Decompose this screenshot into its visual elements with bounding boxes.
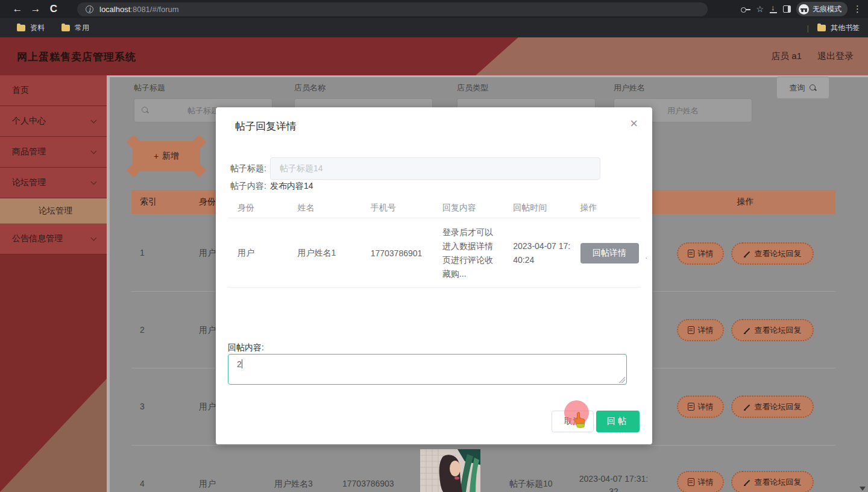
add-button-label: 新增 [162, 151, 179, 162]
sidebar-item-label: 商品管理 [12, 147, 46, 157]
filter-label-clerk-name: 店员名称 [294, 83, 326, 93]
cell-index: 3 [140, 402, 145, 411]
download-icon[interactable] [769, 5, 778, 13]
document-icon [688, 326, 694, 334]
reply-content-value: 2 [237, 359, 242, 369]
plus-icon: + [154, 151, 159, 161]
col-name: 姓名 [297, 199, 370, 218]
screen: ← → C i localhost:8081/#/forum ☆ 无痕模式 ⋮ … [0, 0, 868, 492]
cell-identity: 用户 [199, 479, 216, 490]
reply-table-row: 用户 用户姓名1 17703786901 登录后才可以进入数据详情页进行评论收藏… [228, 219, 640, 288]
logout-link[interactable]: 退出登录 [817, 51, 854, 62]
col-actions: 操作 [580, 199, 640, 218]
chevron-down-icon [91, 179, 97, 185]
close-icon[interactable]: × [630, 116, 638, 131]
forward-icon[interactable]: → [27, 3, 45, 15]
filter-label-user-name: 用户姓名 [614, 83, 645, 93]
detail-button[interactable]: 详情 [677, 471, 724, 492]
reply-table-header: 身份 姓名 手机号 回复内容 回帖时间 操作 [228, 199, 640, 218]
sidebar-item-label: 论坛管理 [12, 177, 46, 188]
document-icon [688, 250, 694, 257]
bookmark-folder-2[interactable]: 常用 [61, 23, 89, 33]
other-bookmarks[interactable]: 其他书签 [817, 23, 860, 33]
pencil-icon [744, 403, 751, 411]
col-reply-content: 回复内容 [442, 199, 513, 218]
sidebar-item-announcement-mgmt[interactable]: 公告信息管理 [0, 224, 107, 254]
view-forum-reply-button[interactable]: 查看论坛回复 [731, 319, 814, 341]
incognito-badge: 无痕模式 [796, 2, 848, 16]
cell-identity: 用户 [199, 248, 216, 259]
sidebar-item-home[interactable]: 首页 [0, 75, 107, 106]
view-forum-reply-button[interactable]: 查看论坛回复 [731, 471, 814, 492]
sidebar-item-label: 首页 [12, 85, 29, 96]
text-caret [242, 359, 242, 368]
add-button-corner [126, 134, 140, 149]
pencil-icon [744, 327, 751, 334]
reply-detail-button[interactable]: 回帖详情 [580, 243, 639, 263]
reply-content-textarea[interactable]: 2 [228, 354, 627, 385]
sidebar-subitem-forum-mgmt-active[interactable]: 论坛管理 [0, 198, 107, 224]
cell-identity: 用户 [237, 248, 297, 259]
column-header-identity: 身份 [199, 197, 216, 207]
url-bar[interactable]: i localhost:8081/#/forum [77, 2, 708, 16]
detail-button-label: 详情 [698, 402, 714, 412]
cell-identity: 用户 [199, 325, 216, 336]
col-reply-time: 回帖时间 [513, 199, 580, 218]
query-button[interactable]: 查询 [776, 77, 829, 99]
sidebar-item-forum-mgmt[interactable]: 论坛管理 [0, 168, 107, 198]
sidebar-item-label: 公告信息管理 [12, 233, 63, 244]
detail-button[interactable]: 详情 [677, 242, 724, 265]
view-forum-reply-label: 查看论坛回复 [755, 402, 802, 412]
sidebar-subitem-label: 论坛管理 [39, 206, 72, 216]
column-header-index: 索引 [140, 197, 157, 207]
add-button-corner [126, 163, 140, 177]
cancel-button[interactable]: 取消 [552, 411, 594, 432]
sidebar: 首页 个人中心 商品管理 论坛管理 论坛管理 公告信息管理 [0, 75, 107, 492]
detail-button-label: 详情 [698, 477, 714, 488]
content-edge [107, 75, 868, 77]
chevron-down-icon [91, 118, 97, 124]
add-button-corner [192, 163, 206, 177]
side-panel-icon[interactable] [783, 5, 791, 13]
cell-index: 2 [140, 325, 145, 335]
chevron-down-icon [91, 235, 97, 241]
dialog-title: 帖子回复详情 [235, 119, 297, 133]
add-button[interactable]: + 新增 [133, 141, 200, 171]
view-forum-reply-button[interactable]: 查看论坛回复 [731, 396, 814, 418]
search-icon [810, 84, 817, 92]
bookmark-label: 资料 [30, 23, 45, 33]
cell-phone: 17703786901 [371, 248, 442, 258]
post-title-label: 帖子标题: [230, 163, 266, 174]
bookmark-folder-1[interactable]: 资料 [17, 23, 45, 33]
sidebar-item-label: 个人中心 [12, 116, 46, 127]
textarea-resize-handle[interactable] [619, 377, 625, 383]
detail-button[interactable]: 详情 [677, 319, 724, 341]
detail-button[interactable]: 详情 [677, 396, 724, 418]
cell-name: 用户姓名1 [297, 248, 370, 259]
cell-reply-content: 登录后才可以进入数据详情页进行评论收藏购... [442, 226, 495, 281]
sidebar-item-personal-center[interactable]: 个人中心 [0, 106, 107, 137]
pencil-icon [744, 479, 751, 486]
view-forum-reply-button[interactable]: 查看论坛回复 [731, 242, 814, 265]
browser-toolbar: ← → C i localhost:8081/#/forum ☆ 无痕模式 ⋮ [0, 0, 868, 18]
post-content-label: 帖子内容: [230, 181, 266, 191]
back-icon[interactable]: ← [8, 3, 27, 15]
reload-icon[interactable]: C [45, 3, 63, 15]
password-key-icon[interactable] [741, 7, 750, 11]
ellipsis-dot: . [645, 251, 647, 260]
menu-dots-icon[interactable]: ⋮ [853, 4, 862, 14]
reply-submit-button[interactable]: 回帖 [596, 411, 640, 432]
current-user-label: 店员 a1 [771, 51, 802, 62]
cell-phone: 17703786903 [342, 479, 394, 488]
page-info-icon[interactable]: i [86, 5, 93, 13]
col-phone: 手机号 [371, 199, 442, 218]
cell-post-time: 2023-04-07 17:31:32 [577, 473, 650, 492]
detail-button-label: 详情 [698, 325, 714, 336]
cell-index: 1 [140, 248, 145, 257]
sidebar-item-product-mgmt[interactable]: 商品管理 [0, 137, 107, 168]
filter-label-post-title: 帖子标题 [134, 83, 165, 93]
add-button-corner [192, 134, 206, 149]
scrollbar-down-arrow[interactable] [860, 487, 866, 491]
bookmark-star-icon[interactable]: ☆ [756, 4, 764, 14]
cell-reply-time: 2023-04-07 17:40:24 [513, 239, 574, 267]
